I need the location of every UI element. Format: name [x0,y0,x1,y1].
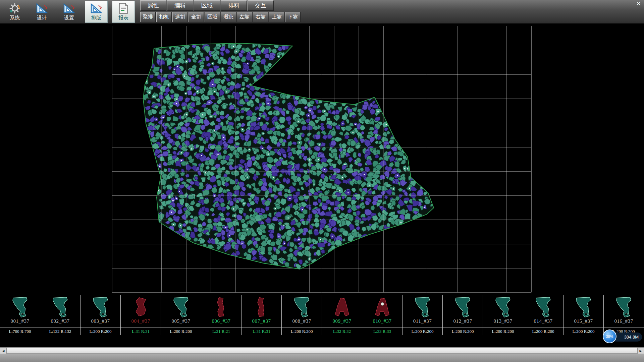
scrollbar-thumb[interactable] [7,348,637,354]
thumbnail-cell[interactable]: 002_#37L:132 R:132 [40,295,80,335]
piece-name: 012_#37 [453,318,472,325]
thumbnail-cell[interactable]: 007_#37L:31 R:31 [241,295,282,335]
gear-icon [9,2,20,14]
nesting-canvas[interactable] [0,23,644,294]
piece-lr-label: L:200 R:200 [402,327,442,335]
thumbnail-cell[interactable]: 006_#37L:21 R:21 [201,295,241,335]
tool-button-cluster-nest[interactable]: 聚排 [140,12,156,22]
piece-shape [372,296,392,318]
nav-button-label: 设置 [64,15,74,21]
triangle-icon [36,2,48,14]
piece-lr-label: L:31 R:31 [241,327,281,335]
nav-button-label: 系统 [10,15,20,21]
piece-name: 014_#37 [534,318,553,325]
progress-circle[interactable]: 38% [603,329,616,343]
thumbnail-cell[interactable]: 016_#37L:200 R:200 [604,295,644,335]
scroll-right-arrow[interactable]: ▶ [637,348,644,354]
main-toolbar: 系统设计设置排版报表 属性编辑区域排料交互 聚排相机选割全割区域瑕疵左靠右靠上靠… [0,0,644,23]
piece-lr-label: L:200 R:200 [483,327,523,335]
piece-shape [91,296,111,318]
piece-lr-label: L:200 R:200 [161,327,201,335]
tool-button-cut-all[interactable]: 全割 [189,12,204,22]
piece-name: 011_#37 [413,318,432,325]
piece-lr-label: L:200 R:200 [523,327,563,335]
doc-icon [118,2,128,14]
horizontal-scrollbar[interactable]: ◀ ▶ [0,347,644,354]
piece-name: 010_#37 [373,318,392,325]
piece-shape [574,296,594,318]
nav-button-label: 设计 [37,15,47,21]
piece-shape [211,296,231,318]
piece-shape [493,296,513,318]
status-bar [0,354,644,362]
piece-name: 013_#37 [494,318,513,325]
thumbnail-cell[interactable]: 005_#37L:200 R:200 [161,295,201,335]
piece-lr-label: L:21 R:21 [201,327,241,335]
minimize-button[interactable]: ─ [627,1,631,7]
piece-lr-label: L:33 R:33 [362,327,402,335]
piece-name: 004_#37 [131,318,150,325]
triangle-icon [63,2,75,14]
tool-button-camera[interactable]: 相机 [156,12,172,22]
nav-button-report[interactable]: 报表 [112,1,135,23]
piece-name: 009_#37 [333,318,352,325]
piece-name: 003_#37 [91,318,110,325]
scroll-left-arrow[interactable]: ◀ [0,348,7,354]
piece-name: 007_#37 [252,318,271,325]
thumbnail-cell[interactable]: 014_#37L:200 R:200 [523,295,564,335]
nav-button-bar: 系统设计设置排版报表 [0,0,135,23]
piece-lr-label: L:700 R:700 [0,327,40,335]
tool-button-defect[interactable]: 瑕疵 [221,12,236,22]
piece-shape [131,296,151,318]
thumbnail-cell[interactable]: 009_#37L:32 R:32 [322,295,362,335]
nav-button-settings[interactable]: 设置 [58,1,80,23]
piece-shape [533,296,553,318]
thumbnail-cell[interactable]: 010_#37L:33 R:33 [362,295,402,335]
tool-button-align-bottom[interactable]: 下靠 [285,12,301,22]
piece-shape [614,296,634,318]
tool-button-align-right[interactable]: 右靠 [253,12,268,22]
memory-value: 384.8M [624,335,639,340]
menu-tab-nesting[interactable]: 排料 [221,0,247,11]
menu-tab-properties[interactable]: 属性 [140,0,166,11]
piece-name: 015_#37 [574,318,593,325]
nav-button-label: 排版 [91,15,101,21]
menu-tab-edit[interactable]: 编辑 [167,0,193,11]
piece-shape [10,296,30,318]
tool-button-align-top[interactable]: 上靠 [269,12,284,22]
nav-button-label: 报表 [118,15,128,21]
piece-lr-label: L:32 R:32 [322,327,362,335]
progress-value: 38% [606,335,613,339]
tool-button-row: 聚排相机选割全割区域瑕疵左靠右靠上靠下靠 [140,12,301,22]
tool-button-align-left[interactable]: 左靠 [237,12,252,22]
piece-name: 002_#37 [51,318,70,325]
thumbnail-cell[interactable]: 011_#37L:200 R:200 [402,295,443,335]
thumbnail-cell[interactable]: 004_#37L:31 R:31 [121,295,161,335]
menu-tab-row: 属性编辑区域排料交互 [140,0,301,11]
menu-tab-interact[interactable]: 交互 [248,0,274,11]
thumbnail-cell[interactable]: 013_#37L:200 R:200 [483,295,523,335]
thumbnail-cell[interactable]: 012_#37L:200 R:200 [443,295,483,335]
window-controls: ─ ✕ [627,1,641,7]
piece-lr-label: L:200 R:200 [80,327,120,335]
tool-button-region[interactable]: 区域 [205,12,220,22]
tool-button-select-cut[interactable]: 选割 [172,12,188,22]
thumbnail-strip: 001_#37L:700 R:700002_#37L:132 R:132003_… [0,295,644,335]
close-button[interactable]: ✕ [636,1,641,7]
triangle-icon [90,2,102,14]
piece-lr-label: L:132 R:132 [40,327,80,335]
thumbnail-cell[interactable]: 015_#37L:200 R:200 [564,295,604,335]
piece-shape [171,296,191,318]
nav-button-system[interactable]: 系统 [3,1,26,23]
thumbnail-cell[interactable]: 003_#37L:200 R:200 [80,295,121,335]
piece-shape [252,296,272,318]
thumbnail-cell[interactable]: 008_#37L:200 R:200 [282,295,322,335]
piece-name: 008_#37 [292,318,311,325]
thumbnail-cell[interactable]: 001_#37L:700 R:700 [0,295,40,335]
nav-button-design[interactable]: 设计 [31,1,53,23]
nav-button-layout[interactable]: 排版 [85,1,108,23]
piece-shape [292,296,312,318]
piece-shape [413,296,433,318]
menu-tab-region[interactable]: 区域 [194,0,220,11]
app-window: 系统设计设置排版报表 属性编辑区域排料交互 聚排相机选割全割区域瑕疵左靠右靠上靠… [0,0,644,362]
